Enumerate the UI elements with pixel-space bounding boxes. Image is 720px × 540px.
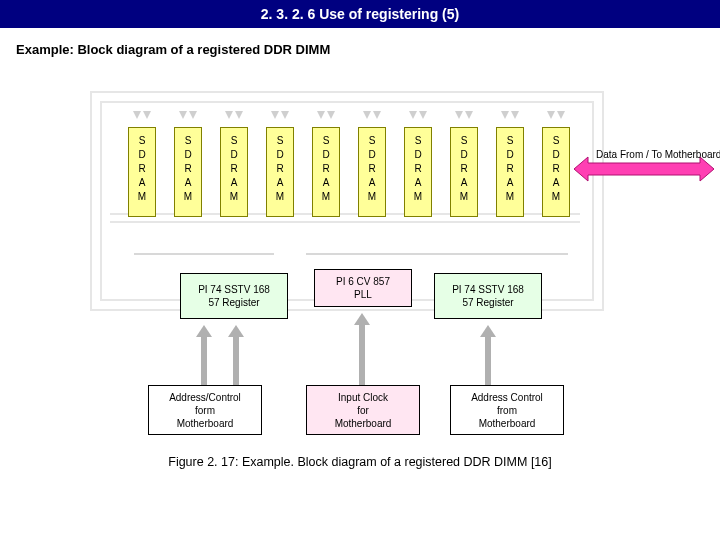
sdram-letter: A <box>543 176 569 190</box>
sdram-letter: R <box>451 162 477 176</box>
register-right-line2: 57 Register <box>435 296 541 309</box>
sdram-letter: R <box>267 162 293 176</box>
register-left-box: PI 74 SSTV 168 57 Register <box>180 273 288 319</box>
sdram-letter: A <box>405 176 431 190</box>
sdram-letter: M <box>359 190 385 204</box>
sdram-letter: D <box>221 148 247 162</box>
fanout-line <box>306 253 418 255</box>
sdram-chip: SDRAM <box>174 127 202 217</box>
chip-top-arrow-icon <box>314 111 338 125</box>
source-right-line1: Address Control <box>451 391 563 404</box>
sdram-letter: S <box>129 134 155 148</box>
fanout-line <box>134 253 274 255</box>
sdram-letter: A <box>267 176 293 190</box>
source-mid-line1: Input Clock <box>307 391 419 404</box>
up-arrow-icon <box>480 325 496 389</box>
source-left-line1: Address/Control <box>149 391 261 404</box>
data-bus-label: Data From / To Motherboard <box>596 149 720 160</box>
sdram-letter: M <box>221 190 247 204</box>
sdram-letter: S <box>543 134 569 148</box>
sdram-letter: D <box>129 148 155 162</box>
example-subtitle: Example: Block diagram of a registered D… <box>0 28 720 57</box>
source-right-line3: Motherboard <box>451 417 563 430</box>
chip-top-arrow-icon <box>406 111 430 125</box>
sdram-letter: D <box>313 148 339 162</box>
sdram-letter: M <box>497 190 523 204</box>
sdram-chip: SDRAM <box>220 127 248 217</box>
chip-top-arrow-icon <box>130 111 154 125</box>
source-mid-line2: for <box>307 404 419 417</box>
sdram-letter: D <box>451 148 477 162</box>
chip-top-arrow-icon <box>360 111 384 125</box>
sdram-letter: A <box>129 176 155 190</box>
sdram-letter: M <box>313 190 339 204</box>
sdram-letter: D <box>267 148 293 162</box>
fanout-line <box>418 253 568 255</box>
pll-box: PI 6 CV 857 PLL <box>314 269 412 307</box>
chip-top-arrow-icon <box>176 111 200 125</box>
sdram-chip: SDRAM <box>542 127 570 217</box>
register-right-box: PI 74 SSTV 168 57 Register <box>434 273 542 319</box>
sdram-chip: SDRAM <box>312 127 340 217</box>
up-arrow-icon <box>196 325 212 389</box>
source-left-line2: form <box>149 404 261 417</box>
sdram-letter: R <box>313 162 339 176</box>
sdram-letter: S <box>451 134 477 148</box>
pll-line1: PI 6 CV 857 <box>315 275 411 288</box>
up-arrow-icon <box>228 325 244 389</box>
sdram-letter: M <box>543 190 569 204</box>
source-right-line2: from <box>451 404 563 417</box>
sdram-letter: R <box>359 162 385 176</box>
page-title: 2. 3. 2. 6 Use of registering (5) <box>0 0 720 28</box>
sdram-letter: A <box>497 176 523 190</box>
sdram-letter: D <box>359 148 385 162</box>
sdram-letter: M <box>267 190 293 204</box>
pll-line2: PLL <box>315 288 411 301</box>
register-left-line1: PI 74 SSTV 168 <box>181 283 287 296</box>
source-mid-line3: Motherboard <box>307 417 419 430</box>
source-left-line3: Motherboard <box>149 417 261 430</box>
sdram-letter: M <box>405 190 431 204</box>
sdram-letter: A <box>313 176 339 190</box>
sdram-letter: R <box>221 162 247 176</box>
sdram-letter: M <box>129 190 155 204</box>
sdram-letter: R <box>175 162 201 176</box>
sdram-letter: S <box>313 134 339 148</box>
sdram-letter: A <box>359 176 385 190</box>
sdram-letter: R <box>129 162 155 176</box>
chip-top-arrow-icon <box>268 111 292 125</box>
chip-top-arrow-icon <box>222 111 246 125</box>
sdram-chip: SDRAM <box>496 127 524 217</box>
sdram-letter: S <box>267 134 293 148</box>
sdram-letter: R <box>543 162 569 176</box>
sdram-chip: SDRAM <box>358 127 386 217</box>
sdram-letter: D <box>175 148 201 162</box>
sdram-letter: R <box>497 162 523 176</box>
figure-caption: Figure 2. 17: Example. Block diagram of … <box>0 455 720 469</box>
register-right-line1: PI 74 SSTV 168 <box>435 283 541 296</box>
svg-marker-0 <box>574 157 714 181</box>
sdram-letter: A <box>221 176 247 190</box>
chip-top-arrow-icon <box>544 111 568 125</box>
sdram-letter: R <box>405 162 431 176</box>
sdram-letter: D <box>543 148 569 162</box>
sdram-letter: D <box>497 148 523 162</box>
sdram-letter: S <box>175 134 201 148</box>
source-left-box: Address/Control form Motherboard <box>148 385 262 435</box>
sdram-letter: S <box>221 134 247 148</box>
sdram-letter: M <box>451 190 477 204</box>
sdram-chip: SDRAM <box>266 127 294 217</box>
sdram-letter: M <box>175 190 201 204</box>
sdram-chip: SDRAM <box>450 127 478 217</box>
sdram-letter: A <box>451 176 477 190</box>
block-diagram: SDRAM SDRAM SDRAM SDRAM SDRAM SDRAM SDRA… <box>14 85 706 445</box>
source-mid-box: Input Clock for Motherboard <box>306 385 420 435</box>
sdram-letter: D <box>405 148 431 162</box>
chip-top-arrow-icon <box>452 111 476 125</box>
source-right-box: Address Control from Motherboard <box>450 385 564 435</box>
sdram-letter: S <box>497 134 523 148</box>
sdram-chip: SDRAM <box>128 127 156 217</box>
chip-top-arrow-icon <box>498 111 522 125</box>
sdram-letter: S <box>405 134 431 148</box>
register-left-line2: 57 Register <box>181 296 287 309</box>
